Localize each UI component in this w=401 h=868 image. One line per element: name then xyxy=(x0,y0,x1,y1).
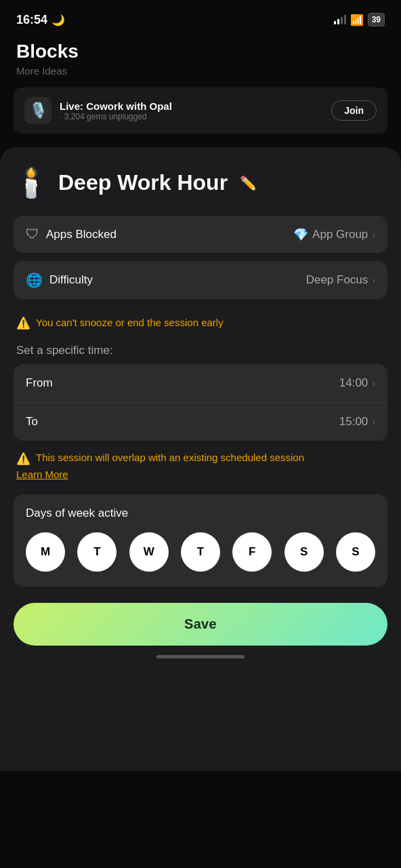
background-content: Blocks More Ideas xyxy=(0,35,401,87)
to-value-container: 15:00 › xyxy=(339,415,375,429)
apps-blocked-label: Apps Blocked xyxy=(46,228,117,241)
wifi-icon: 📶 xyxy=(350,14,364,26)
from-row[interactable]: From 14:00 › xyxy=(14,364,387,402)
live-title: Live: Cowork with Opal xyxy=(60,100,172,112)
apps-blocked-left: 🛡 Apps Blocked xyxy=(26,226,117,242)
moon-icon: 🌙 xyxy=(51,14,65,26)
days-of-week-card: Days of week active M T W T F S S xyxy=(14,494,387,587)
day-thursday[interactable]: T xyxy=(181,532,220,572)
status-icons: 📶 39 xyxy=(334,13,385,26)
home-bar xyxy=(156,655,245,658)
difficulty-left: 🌐 Difficulty xyxy=(26,272,93,288)
chevron-to-icon: › xyxy=(372,416,375,427)
difficulty-value: Deep Focus xyxy=(306,273,368,287)
modal-sheet: 🕯️ Deep Work Hour ✏️ 🛡 Apps Blocked 💎 Ap… xyxy=(0,147,401,771)
snooze-warning: ⚠️ You can't snooze or end the session e… xyxy=(14,307,387,333)
apps-blocked-card: 🛡 Apps Blocked 💎 App Group › xyxy=(14,216,387,253)
page-title: Blocks xyxy=(16,41,385,62)
globe-icon: 🌐 xyxy=(26,272,43,288)
warning-icon: ⚠️ xyxy=(16,316,30,330)
difficulty-label: Difficulty xyxy=(49,273,93,287)
overlap-message: This session will overlap with an existi… xyxy=(36,450,304,465)
signal-icon xyxy=(334,15,346,24)
modal-title: Deep Work Hour xyxy=(58,170,228,195)
status-bar: 16:54 🌙 📶 39 xyxy=(0,0,401,35)
from-time: 14:00 xyxy=(339,376,368,390)
page-subtitle: More Ideas xyxy=(16,65,385,77)
days-label: Days of week active xyxy=(26,507,375,520)
difficulty-row[interactable]: 🌐 Difficulty Deep Focus › xyxy=(14,261,387,299)
battery-level: 39 xyxy=(372,15,381,24)
to-time: 15:00 xyxy=(339,415,368,429)
live-banner-left: 🎙️ Live: Cowork with Opal · 3,204 gems u… xyxy=(24,97,172,124)
live-icon: 🎙️ xyxy=(24,97,51,124)
day-friday[interactable]: F xyxy=(232,532,272,572)
days-row: M T W T F S S xyxy=(26,532,375,572)
overlap-warning: ⚠️ This session will overlap with an exi… xyxy=(16,450,385,481)
apps-blocked-right: 💎 App Group › xyxy=(293,227,375,242)
shield-icon: 🛡 xyxy=(26,226,39,242)
live-banner: 🎙️ Live: Cowork with Opal · 3,204 gems u… xyxy=(14,87,387,134)
day-saturday[interactable]: S xyxy=(284,532,324,572)
chevron-right-icon-2: › xyxy=(372,275,375,285)
live-text: Live: Cowork with Opal · 3,204 gems unpl… xyxy=(60,100,172,121)
home-indicator xyxy=(14,646,387,663)
overlap-text-row: ⚠️ This session will overlap with an exi… xyxy=(16,450,385,466)
time-card: From 14:00 › To 15:00 › xyxy=(14,364,387,441)
battery-indicator: 39 xyxy=(368,13,385,26)
overlap-warning-icon: ⚠️ xyxy=(16,452,30,466)
modal-icon: 🕯️ xyxy=(14,166,49,199)
to-label: To xyxy=(26,415,38,429)
live-subtitle: · 3,204 gems unplugged xyxy=(60,112,172,121)
to-row[interactable]: To 15:00 › xyxy=(14,402,387,441)
diamond-icon: 💎 xyxy=(293,227,308,242)
from-value-container: 14:00 › xyxy=(339,376,375,390)
difficulty-right: Deep Focus › xyxy=(306,273,375,287)
from-label: From xyxy=(26,376,53,390)
chevron-right-icon: › xyxy=(372,229,375,240)
edit-icon[interactable]: ✏️ xyxy=(240,175,257,191)
chevron-from-icon: › xyxy=(372,378,375,389)
learn-more-link[interactable]: Learn More xyxy=(16,469,68,480)
day-wednesday[interactable]: W xyxy=(129,532,169,572)
modal-header: 🕯️ Deep Work Hour ✏️ xyxy=(14,166,387,199)
time-section-label: Set a specific time: xyxy=(16,344,385,357)
difficulty-card: 🌐 Difficulty Deep Focus › xyxy=(14,261,387,299)
day-monday[interactable]: M xyxy=(26,532,65,572)
day-sunday[interactable]: S xyxy=(336,532,375,572)
apps-blocked-row[interactable]: 🛡 Apps Blocked 💎 App Group › xyxy=(14,216,387,253)
day-tuesday[interactable]: T xyxy=(77,532,117,572)
join-button[interactable]: Join xyxy=(331,100,377,121)
warning-text: You can't snooze or end the session earl… xyxy=(36,315,224,330)
save-button[interactable]: Save xyxy=(14,603,387,646)
app-group-value: App Group xyxy=(312,228,368,241)
status-time: 16:54 xyxy=(16,13,47,27)
